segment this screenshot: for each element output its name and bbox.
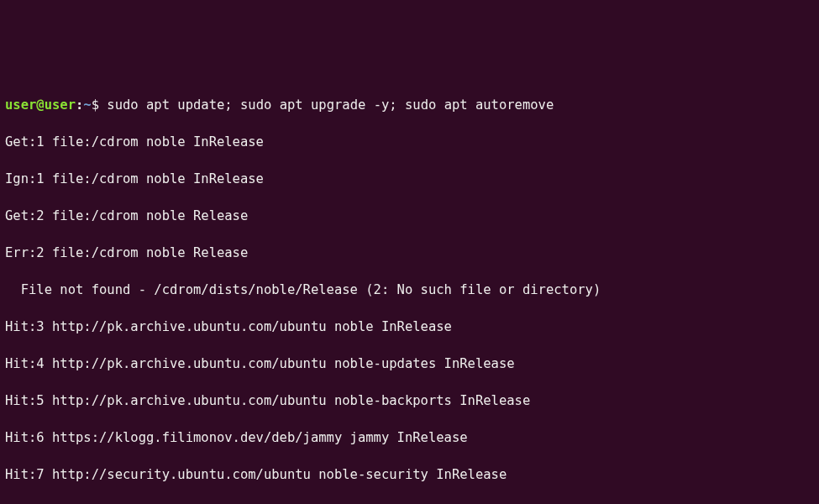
prompt-at: @ xyxy=(36,97,44,113)
prompt-host: user xyxy=(45,97,76,113)
output-line: Ign:1 file:/cdrom noble InRelease xyxy=(5,170,814,188)
output-line: Hit:4 http://pk.archive.ubuntu.com/ubunt… xyxy=(5,354,814,373)
terminal[interactable]: user@user:~$ sudo apt update; sudo apt u… xyxy=(5,77,814,504)
output-line: Hit:5 http://pk.archive.ubuntu.com/ubunt… xyxy=(5,391,814,410)
output-line: Get:2 file:/cdrom noble Release xyxy=(5,207,814,225)
output-line: Err:2 file:/cdrom noble Release xyxy=(5,244,814,262)
output-line: File not found - /cdrom/dists/noble/Rele… xyxy=(5,281,814,299)
prompt-user: user xyxy=(5,97,36,113)
prompt-dollar: $ xyxy=(92,97,108,113)
output-line: Hit:7 http://security.ubuntu.com/ubuntu … xyxy=(5,465,814,484)
prompt-path: ~ xyxy=(83,97,91,113)
command-text: sudo apt update; sudo apt upgrade -y; su… xyxy=(107,97,554,113)
prompt-colon: : xyxy=(76,97,83,113)
output-line: Hit:3 http://pk.archive.ubuntu.com/ubunt… xyxy=(5,318,814,336)
output-line: Get:1 file:/cdrom noble InRelease xyxy=(5,133,814,151)
prompt-line-1: user@user:~$ sudo apt update; sudo apt u… xyxy=(5,96,814,114)
output-line: Hit:6 https://klogg.filimonov.dev/deb/ja… xyxy=(5,428,814,447)
